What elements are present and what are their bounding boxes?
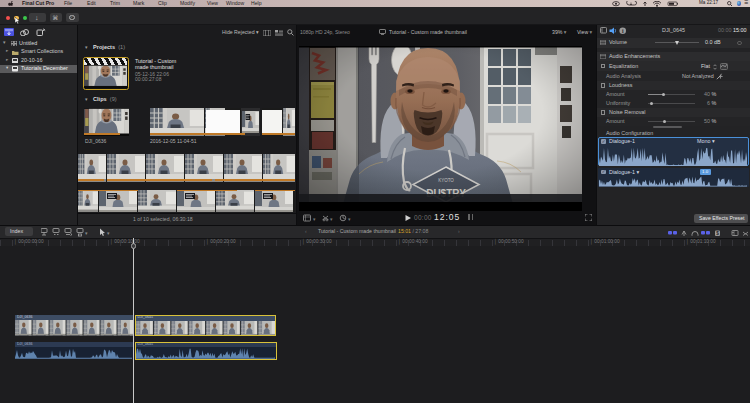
svg-text:▾: ▾ bbox=[85, 230, 88, 236]
svg-text:$: $ bbox=[716, 231, 719, 236]
svg-text:▾: ▾ bbox=[348, 215, 351, 221]
svg-text:▾: ▾ bbox=[330, 215, 333, 221]
svg-text:▾: ▾ bbox=[107, 230, 110, 236]
svg-text:▾: ▾ bbox=[313, 215, 316, 221]
